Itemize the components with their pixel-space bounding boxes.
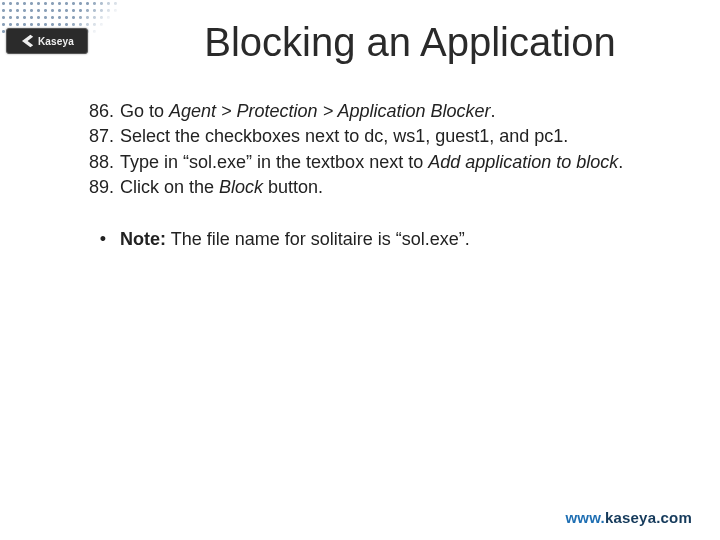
list-number: 86. bbox=[86, 100, 120, 123]
list-number: 87. bbox=[86, 125, 120, 148]
brand-name: Kaseya bbox=[38, 36, 74, 47]
brand-logo: Kaseya bbox=[6, 28, 88, 54]
list-item: Select the checkboxes next to dc, ws1, g… bbox=[120, 125, 680, 148]
bullet-icon: • bbox=[86, 228, 120, 251]
footer-url: www.kaseya.com bbox=[566, 509, 693, 526]
list-item: Type in “sol.exe” in the textbox next to… bbox=[120, 151, 680, 174]
slide-title: Blocking an Application bbox=[120, 20, 700, 65]
slide: Kaseya Blocking an Application 86. Go to… bbox=[0, 0, 720, 540]
list-item: Click on the Block button. bbox=[120, 176, 680, 199]
numbered-list: 86. Go to Agent > Protection > Applicati… bbox=[86, 100, 680, 200]
footer-url-prefix: www. bbox=[566, 509, 605, 526]
slide-body: 86. Go to Agent > Protection > Applicati… bbox=[86, 100, 680, 251]
note-block: • Note: The file name for solitaire is “… bbox=[86, 228, 680, 251]
list-number: 88. bbox=[86, 151, 120, 174]
list-number: 89. bbox=[86, 176, 120, 199]
corner-graphic: Kaseya bbox=[0, 0, 120, 80]
footer-url-domain: kaseya.com bbox=[605, 509, 692, 526]
note-text: Note: The file name for solitaire is “so… bbox=[120, 228, 680, 251]
logo-mark-icon bbox=[20, 34, 34, 48]
list-item: Go to Agent > Protection > Application B… bbox=[120, 100, 680, 123]
